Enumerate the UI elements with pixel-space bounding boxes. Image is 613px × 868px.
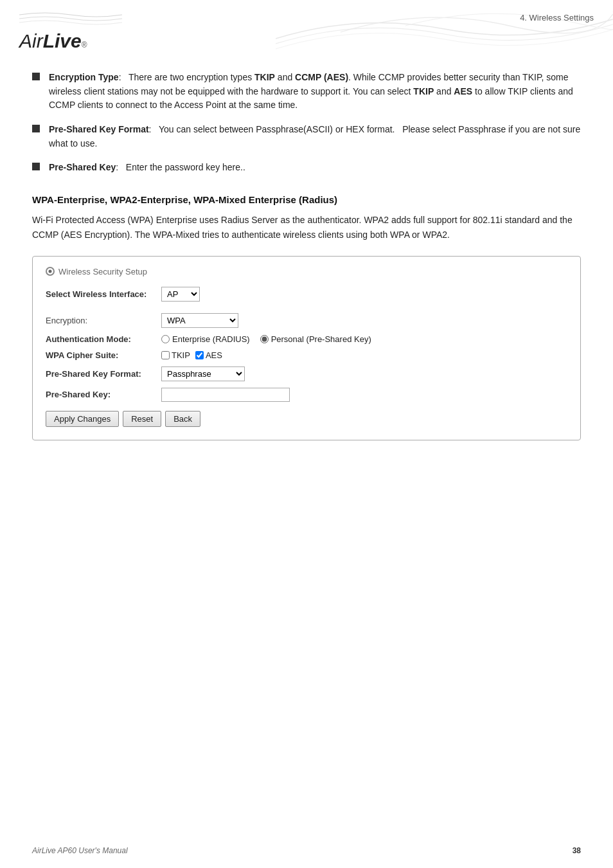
setup-icon: [46, 267, 55, 276]
auth-mode-label: Authentication Mode:: [46, 334, 161, 344]
setup-box-title-text: Wireless Security Setup: [58, 267, 147, 276]
list-item: Pre-Shared Key Format: You can select be…: [32, 123, 581, 150]
bullet-label-1: Encryption Type: [49, 72, 119, 82]
radio-personal-text: Personal (Pre-Shared Key): [271, 334, 371, 344]
checkbox-aes-label[interactable]: AES: [195, 350, 222, 360]
psk-format-row: Pre-Shared Key Format: Passphrase HEX: [46, 366, 567, 381]
reset-button[interactable]: Reset: [123, 411, 161, 427]
radio-enterprise-text: Enterprise (RADIUS): [172, 334, 250, 344]
cipher-suite-row: WPA Cipher Suite: TKIP AES: [46, 350, 567, 360]
psk-input[interactable]: [161, 388, 290, 402]
bullet-icon: [32, 73, 40, 80]
select-interface-label: Select Wireless Interface:: [46, 289, 161, 299]
auth-mode-radio-group: Enterprise (RADIUS) Personal (Pre-Shared…: [161, 334, 371, 344]
psk-row: Pre-Shared Key:: [46, 388, 567, 402]
bullet-text-3: Pre-Shared Key: Enter the password key h…: [49, 161, 581, 175]
bullet-icon: [32, 163, 40, 170]
wireless-security-setup-box: Wireless Security Setup Select Wireless …: [32, 256, 581, 440]
cipher-checkbox-group: TKIP AES: [161, 350, 222, 360]
radio-enterprise-label[interactable]: Enterprise (RADIUS): [161, 334, 250, 344]
bullet-list: Encryption Type: There are two encryptio…: [32, 71, 581, 175]
bullet-label-2: Pre-Shared Key Format: [49, 124, 149, 134]
auth-mode-row: Authentication Mode: Enterprise (RADIUS)…: [46, 334, 567, 344]
psk-format-label: Pre-Shared Key Format:: [46, 369, 161, 379]
radio-personal[interactable]: [260, 335, 269, 343]
radio-personal-label[interactable]: Personal (Pre-Shared Key): [260, 334, 371, 344]
section-heading: WPA-Enterprise, WPA2-Enterprise, WPA-Mix…: [32, 194, 581, 205]
checkbox-tkip-text: TKIP: [172, 350, 190, 360]
encryption-dropdown[interactable]: None WEP WPA WPA2 WPA-Mixed: [161, 313, 238, 328]
bullet-text-1: Encryption Type: There are two encryptio…: [49, 71, 581, 113]
footer: AirLive AP60 User's Manual 38: [32, 846, 581, 855]
checkbox-tkip-label[interactable]: TKIP: [161, 350, 190, 360]
bullet-text-2: Pre-Shared Key Format: You can select be…: [49, 123, 581, 150]
page-reference: 4. Wireless Settings: [520, 13, 594, 23]
logo: Air Live ®: [19, 10, 122, 52]
button-row: Apply Changes Reset Back: [46, 411, 567, 427]
bullet-label-3: Pre-Shared Key: [49, 162, 116, 172]
logo-live: Live: [43, 30, 82, 52]
checkbox-aes-text: AES: [206, 350, 222, 360]
header-decoration: [276, 0, 613, 55]
list-item: Pre-Shared Key: Enter the password key h…: [32, 161, 581, 175]
select-interface-dropdown[interactable]: AP WDS AP+WDS: [161, 287, 200, 302]
encryption-label: Encryption:: [46, 316, 161, 325]
checkbox-tkip[interactable]: [161, 351, 170, 359]
footer-page: 38: [573, 846, 581, 855]
select-interface-row: Select Wireless Interface: AP WDS AP+WDS: [46, 287, 567, 302]
apply-changes-button[interactable]: Apply Changes: [46, 411, 119, 427]
logo-registered: ®: [82, 41, 87, 50]
header: Air Live ® 4. Wireless Settings: [0, 0, 613, 58]
checkbox-aes[interactable]: [195, 351, 204, 359]
main-content: Encryption Type: There are two encryptio…: [0, 58, 613, 485]
psk-format-dropdown[interactable]: Passphrase HEX: [161, 366, 245, 381]
back-button[interactable]: Back: [165, 411, 200, 427]
radio-enterprise[interactable]: [161, 335, 170, 343]
cipher-suite-label: WPA Cipher Suite:: [46, 350, 161, 360]
list-item: Encryption Type: There are two encryptio…: [32, 71, 581, 113]
psk-label: Pre-Shared Key:: [46, 390, 161, 399]
logo-air: Air: [19, 30, 43, 52]
footer-left: AirLive AP60 User's Manual: [32, 846, 128, 855]
setup-box-title-row: Wireless Security Setup: [46, 267, 567, 276]
encryption-row: Encryption: None WEP WPA WPA2 WPA-Mixed: [46, 313, 567, 328]
section-description: Wi-Fi Protected Access (WPA) Enterprise …: [32, 213, 581, 242]
bullet-icon: [32, 125, 40, 132]
